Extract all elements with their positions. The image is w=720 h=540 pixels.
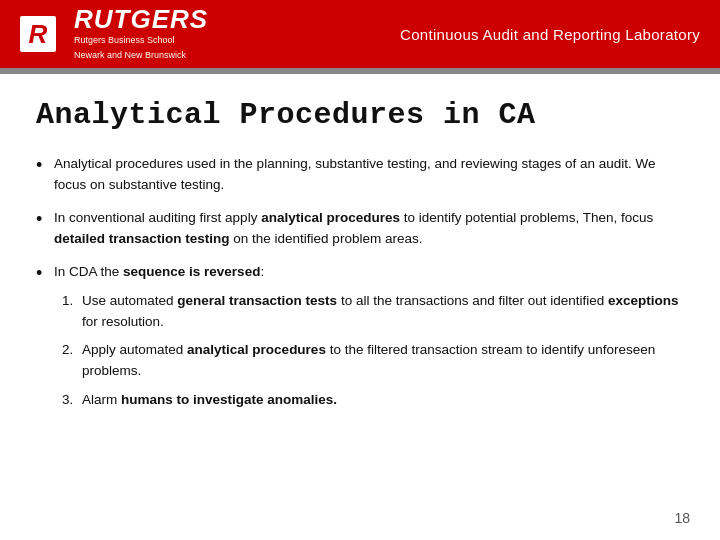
number-label: 2. xyxy=(62,340,82,361)
bold-text: general transaction tests xyxy=(177,293,337,308)
bold-text: detailed transaction testing xyxy=(54,231,230,246)
header-title: Continuous Audit and Reporting Laborator… xyxy=(400,26,700,43)
logo-graphic: R xyxy=(20,16,64,52)
logo-rutgers-text: RUTGERS xyxy=(74,6,208,32)
header: R RUTGERS Rutgers Business School Newark… xyxy=(0,0,720,68)
list-item: 1. Use automated general transaction tes… xyxy=(62,291,684,333)
logo-r-block: R xyxy=(20,16,56,52)
bold-text: exceptions xyxy=(608,293,679,308)
bullet-icon: • xyxy=(36,262,54,285)
bullet-list: • Analytical procedures used in the plan… xyxy=(36,154,684,419)
main-content: Analytical Procedures in CA • Analytical… xyxy=(0,74,720,451)
list-item: • In conventional auditing first apply a… xyxy=(36,208,684,250)
list-item: • In CDA the sequence is reversed: 1. Us… xyxy=(36,262,684,420)
bullet-icon: • xyxy=(36,154,54,177)
list-item: 3. Alarm humans to investigate anomalies… xyxy=(62,390,684,411)
logo-sub2: Newark and New Brunswick xyxy=(74,49,208,62)
list-item: • Analytical procedures used in the plan… xyxy=(36,154,684,196)
bullet-text-1: Analytical procedures used in the planni… xyxy=(54,154,684,196)
bold-text: analytical procedures xyxy=(187,342,326,357)
logo-r-letter: R xyxy=(29,19,48,50)
slide-title: Analytical Procedures in CA xyxy=(36,98,684,132)
bold-text: analytical procedures xyxy=(261,210,400,225)
bullet-text-3: In CDA the sequence is reversed: 1. Use … xyxy=(54,262,684,420)
page-number: 18 xyxy=(674,510,690,526)
number-label: 1. xyxy=(62,291,82,312)
logo-sub1: Rutgers Business School xyxy=(74,34,208,47)
numbered-item-text: Use automated general transaction tests … xyxy=(82,291,684,333)
bold-text: sequence is reversed xyxy=(123,264,260,279)
logo-area: RUTGERS Rutgers Business School Newark a… xyxy=(74,6,208,61)
bullet-icon: • xyxy=(36,208,54,231)
numbered-item-text: Alarm humans to investigate anomalies. xyxy=(82,390,337,411)
list-item: 2. Apply automated analytical procedures… xyxy=(62,340,684,382)
bold-text: humans to investigate anomalies. xyxy=(121,392,337,407)
numbered-item-text: Apply automated analytical procedures to… xyxy=(82,340,684,382)
bullet-text-2: In conventional auditing first apply ana… xyxy=(54,208,684,250)
numbered-list: 1. Use automated general transaction tes… xyxy=(54,291,684,412)
number-label: 3. xyxy=(62,390,82,411)
